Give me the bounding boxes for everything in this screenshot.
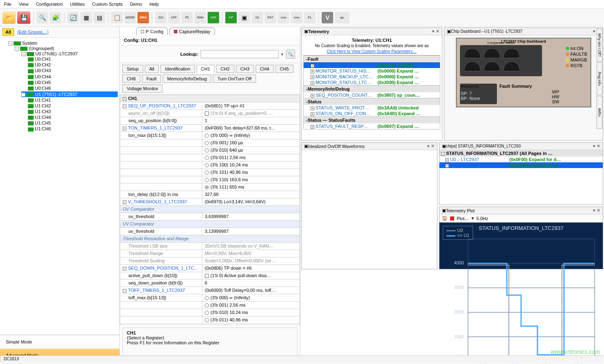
subtab[interactable]: Fault: [142, 75, 161, 83]
tree-item[interactable]: U1:CH2: [28, 103, 118, 109]
go-button[interactable]: GO: [155, 12, 167, 23]
tree-item[interactable]: U1:CH4: [28, 114, 118, 120]
plot-area[interactable]: STATUS_INFORMATION_LTC2937 U0 >> U1: [439, 223, 603, 269]
home-icon[interactable]: 🏠: [442, 216, 448, 221]
addr-button[interactable]: ADDR: [124, 12, 136, 23]
side-tab-why-off[interactable]: Why am I Off?: [597, 29, 602, 61]
group-op-button[interactable]: op.: [335, 12, 350, 23]
toolbar: 📂 💾 🔍 🧩 🔄 ▦ ▤ 📋 ADDR DRC GO OFF PC RAM V…: [0, 9, 604, 27]
chip-row[interactable]: +U0 – LTC2937(0x0F00) Expand for d…: [439, 157, 603, 162]
subtab[interactable]: CH1: [197, 65, 215, 73]
puzzle-button[interactable]: 🧩: [50, 12, 61, 23]
tree-item[interactable]: U1:CH1: [28, 97, 118, 103]
tree-item[interactable]: U1:CH5: [28, 120, 118, 126]
zoom-button[interactable]: 🔍: [37, 12, 48, 23]
status-bar: DC1613: [0, 355, 604, 364]
telemetry-plot-panel: ▣Telemetry Plot▾ ✕ 🏠 Plot… ▾5.0Hz STATUS…: [439, 207, 603, 269]
tree-item[interactable]: U0:CH1: [28, 56, 118, 62]
telemetry-row[interactable]: +MONITOR_STATUS_HIS…(0x0000) Expand …: [304, 68, 440, 74]
tree-item[interactable]: U0:CH3: [28, 68, 118, 73]
menu-config[interactable]: Configuration: [36, 2, 62, 7]
subtab[interactable]: CH4: [256, 65, 274, 73]
tree-item[interactable]: U0:CH6: [28, 85, 118, 91]
idealized-waveforms-panel: ▣Idealized On/Off Waveforms▾ ✕: [301, 142, 437, 269]
lookup-input[interactable]: [201, 50, 279, 58]
menu-demo[interactable]: Demo: [130, 2, 142, 7]
all-filter[interactable]: All: [2, 28, 14, 36]
chip-dashboard[interactable]: LTC2937 Chip Dashboard Comparator Status…: [456, 38, 591, 107]
plot-menu[interactable]: Plot…: [457, 216, 469, 221]
v-button[interactable]: V: [322, 12, 333, 23]
config-panel: PConfig Capture/Replay Config: U1:CH1 Lo…: [120, 27, 300, 362]
tool-button[interactable]: ▤: [94, 12, 105, 23]
tree-item[interactable]: U0:CH4: [28, 74, 118, 80]
subtab[interactable]: CH5: [275, 65, 293, 73]
tab-config[interactable]: PConfig: [136, 27, 168, 35]
lookup-search-button[interactable]: 🔍: [286, 50, 295, 59]
cp-button[interactable]: CP: [225, 12, 237, 23]
tree-item[interactable]: U1:CH3: [28, 109, 118, 114]
subtab[interactable]: Setup: [122, 65, 143, 73]
telemetry-row[interactable]: +MONITOR_STATUS_LTC…(0x2000) Expand …: [304, 80, 440, 85]
chips-panel: ▣chips] STATUS_INFORMATION_LTC293▾ ✕ -ST…: [439, 142, 603, 205]
side-tab-iwfm[interactable]: iWfm: [597, 96, 602, 129]
save-button[interactable]: 💾: [17, 11, 30, 24]
subtab[interactable]: CH3: [236, 65, 254, 73]
tree-u0[interactable]: -U0 (7'h3E) -LTC2937 U0:CH1U0:CH2U0:CH3U…: [21, 51, 118, 91]
tree-u1[interactable]: -U1 (7'h51) -LTC2937: [21, 91, 118, 97]
subtab[interactable]: Voltage Monitor: [122, 84, 162, 93]
subtab[interactable]: Memory/Info/Debug: [162, 75, 211, 83]
register-grid[interactable]: -CH1-SEQ_UP_POSITION_1_LTC2937(0x5801) T…: [120, 95, 300, 325]
telemetry-row[interactable]: +STATUS_WRITE_PROT…(0x3AA8) Unlocked: [304, 105, 440, 111]
telemetry-row[interactable]: +SEQ_POSITION_COUNT…(0x3807) sp_coun…: [304, 92, 440, 98]
telemetry-title: Telemetry: U1:CH1: [352, 38, 392, 43]
ram-nvm-button[interactable]: NVM: [278, 12, 289, 23]
edit-groups-link[interactable]: (Edit Groups…): [17, 30, 48, 34]
refresh-button[interactable]: 🔄: [67, 12, 79, 23]
svg-text:2000: 2000: [454, 309, 464, 314]
telemetry-row[interactable]: +(0x0F00) Expand …: [304, 62, 440, 68]
menu-view[interactable]: View: [19, 2, 29, 7]
fl-button[interactable]: FL: [304, 12, 316, 23]
svg-text:3000: 3000: [454, 285, 464, 290]
offline-button[interactable]: OFF: [168, 12, 180, 23]
pcram2-button[interactable]: RAM: [194, 12, 206, 23]
scaling-link[interactable]: Click Here to View Custom Scaling Parame…: [327, 49, 417, 54]
subtab[interactable]: CH2: [216, 65, 234, 73]
telemetry-row[interactable]: +MONITOR_BACKUP_LTC…(0x0000) Expand …: [304, 74, 440, 80]
subtab[interactable]: Turn On/Turn Off: [213, 75, 256, 83]
tree-item[interactable]: U1:CH6: [28, 126, 118, 132]
chip-row[interactable]: +(0x0F00) Expand for d…: [439, 162, 603, 168]
svg-text:1000: 1000: [454, 334, 464, 339]
pcram1-button[interactable]: PC: [181, 12, 193, 23]
tree-item[interactable]: U0:CH5: [28, 80, 118, 85]
chip-button[interactable]: ▦: [80, 12, 92, 23]
open-button[interactable]: 📂: [2, 11, 16, 24]
simple-mode-button[interactable]: Simple Mode: [0, 335, 119, 348]
subtab[interactable]: CH6: [122, 75, 140, 83]
copy-button[interactable]: 📋: [111, 12, 123, 23]
menu-help[interactable]: Help: [149, 2, 159, 7]
tab-capture[interactable]: Capture/Replay: [169, 27, 215, 35]
side-tab-reg-info[interactable]: Reg Info: [597, 62, 602, 95]
record-icon[interactable]: [450, 216, 454, 221]
menu-scripts[interactable]: Custom Scripts: [92, 2, 123, 7]
panel-controls[interactable]: ▾ ✕: [432, 29, 439, 34]
subtab[interactable]: Identification: [160, 65, 195, 73]
verify-button[interactable]: VER: [208, 12, 219, 23]
subtab[interactable]: All: [145, 65, 159, 73]
x-button[interactable]: ▣: [238, 12, 250, 23]
menubar: File View Configuration Utilities Custom…: [0, 0, 604, 9]
register-info: CH1 (Select a Register) Press F1 for mor…: [122, 328, 297, 359]
nvm-ram-button[interactable]: RAM: [291, 12, 302, 23]
menu-file[interactable]: File: [4, 2, 11, 7]
drc-button[interactable]: DRC: [137, 12, 149, 23]
tree-item[interactable]: U0:CH2: [28, 62, 118, 68]
telemetry-panel: ▣Telemetry▾ ✕ Telemetry: U1:CH1 No Custo…: [301, 27, 442, 141]
telemetry-row[interactable]: +STATUS_FAULT_RESP…(0x0697) Expand …: [304, 123, 440, 129]
menu-utilities[interactable]: Utilities: [70, 2, 85, 7]
telemetry-row[interactable]: +STATUS_ON_OFF_CON…(0x3A9D) Expand …: [304, 111, 440, 116]
reset-button[interactable]: RST: [265, 12, 276, 23]
clr-button[interactable]: Clr: [252, 12, 263, 23]
device-tree[interactable]: -System -(Ungrouped) -U0 (7'h3E) -LTC293…: [0, 38, 119, 334]
